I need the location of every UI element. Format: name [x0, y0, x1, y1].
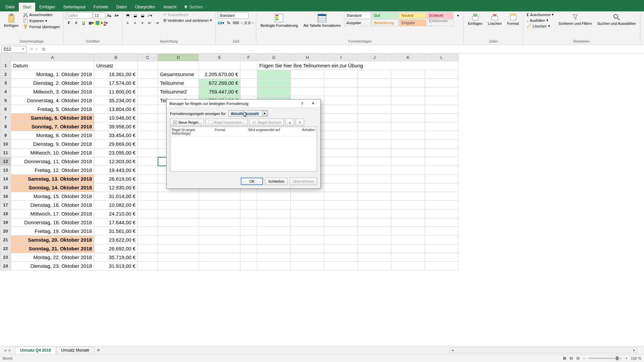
row-header[interactable]: 2 — [0, 70, 11, 79]
cell[interactable]: Montag, 15. Oktober 2018 — [11, 192, 94, 201]
row-header[interactable]: 4 — [0, 87, 11, 96]
align-left-button[interactable]: ≡ — [124, 19, 131, 26]
cell[interactable] — [138, 148, 158, 157]
cell[interactable] — [324, 114, 358, 122]
tell-me-search[interactable]: Suchen — [180, 3, 206, 11]
cell[interactable] — [425, 96, 459, 105]
cell[interactable]: Mittwoch, 10. Oktober 2018 — [11, 148, 94, 157]
row-header[interactable]: 11 — [0, 148, 11, 157]
cell[interactable]: 12.303,00 € — [94, 157, 138, 166]
rules-list[interactable]: Regel (in angez. Reihenfolge) Format Wir… — [170, 127, 317, 172]
cell[interactable] — [240, 244, 257, 253]
column-header[interactable]: B — [94, 54, 138, 61]
cell[interactable]: 16.361,00 € — [94, 70, 138, 79]
cell[interactable] — [257, 262, 291, 270]
cell[interactable] — [257, 253, 291, 262]
cell[interactable]: Dienstag, 2. Oktober 2018 — [11, 79, 94, 87]
zoom-slider[interactable] — [588, 358, 622, 359]
insert-function-button[interactable]: fx — [40, 47, 47, 52]
cell[interactable] — [291, 79, 324, 87]
cell[interactable]: 19.443,00 € — [94, 166, 138, 175]
row-header[interactable]: 24 — [0, 262, 11, 270]
cell[interactable] — [425, 262, 459, 270]
cell[interactable]: Freitag, 19. Oktober 2018 — [11, 227, 94, 236]
move-up-button[interactable]: ▲ — [285, 119, 294, 126]
cell[interactable] — [138, 175, 158, 183]
cell[interactable] — [138, 166, 158, 175]
cell[interactable] — [391, 114, 425, 122]
cell[interactable] — [240, 236, 257, 244]
cell[interactable] — [199, 236, 240, 244]
cell[interactable] — [324, 131, 358, 140]
style-schlecht[interactable]: Schlecht — [427, 12, 453, 19]
cell[interactable] — [425, 131, 459, 140]
enter-formula-button[interactable]: ✓ — [35, 47, 38, 51]
cell[interactable] — [257, 209, 291, 218]
cell[interactable] — [425, 105, 459, 114]
cell[interactable] — [324, 209, 358, 218]
cell[interactable] — [257, 79, 291, 87]
cell[interactable] — [425, 148, 459, 157]
cell[interactable] — [391, 148, 425, 157]
tab-daten[interactable]: Daten — [112, 3, 131, 11]
cell[interactable] — [425, 218, 459, 227]
cell[interactable]: Dienstag, 23. Oktober 2018 — [11, 262, 94, 270]
cell[interactable]: Teilsumme2 — [158, 87, 199, 96]
cell[interactable] — [199, 262, 240, 270]
cell[interactable] — [138, 227, 158, 236]
cell[interactable]: 26.619,00 € — [94, 175, 138, 183]
cell[interactable] — [291, 70, 324, 79]
cell[interactable] — [358, 122, 391, 131]
cell[interactable]: 31.913,00 € — [94, 262, 138, 270]
row-header[interactable]: 16 — [0, 192, 11, 201]
row-header[interactable]: 8 — [0, 122, 11, 131]
column-header[interactable]: L — [425, 54, 459, 61]
cell[interactable] — [257, 227, 291, 236]
align-top-button[interactable]: ⬒ — [124, 12, 131, 19]
style-erklaerender[interactable]: Erklärender ... — [427, 19, 453, 26]
format-cells-button[interactable]: Format — [505, 12, 521, 27]
cell[interactable] — [391, 79, 425, 87]
cell[interactable] — [425, 87, 459, 96]
underline-button[interactable]: U — [80, 19, 87, 26]
cell[interactable]: 33.454,00 € — [94, 131, 138, 140]
cell[interactable]: 2.205.670,00 € — [199, 70, 240, 79]
cell[interactable] — [391, 209, 425, 218]
row-header[interactable]: 6 — [0, 105, 11, 114]
cell[interactable]: Donnerstag, 18. Oktober 2018 — [11, 218, 94, 227]
style-gut[interactable]: Gut — [372, 12, 398, 19]
cell[interactable] — [324, 244, 358, 253]
edit-rule-button[interactable]: Regel bearbeiten... — [205, 119, 248, 126]
cell[interactable] — [158, 227, 199, 236]
cell[interactable] — [391, 227, 425, 236]
italic-button[interactable]: K — [73, 19, 80, 26]
cell[interactable]: Montag, 8. Oktober 2018 — [11, 131, 94, 140]
clear-button[interactable]: 🧹Löschen ▾ — [525, 23, 555, 28]
cell[interactable] — [391, 201, 425, 209]
cell[interactable] — [358, 140, 391, 148]
cell[interactable] — [324, 96, 358, 105]
cell[interactable] — [240, 218, 257, 227]
cell[interactable] — [425, 157, 459, 166]
cell[interactable] — [291, 244, 324, 253]
cell[interactable] — [358, 192, 391, 201]
cell[interactable]: Sonntag, 7. Oktober 2018 — [11, 122, 94, 131]
cell[interactable] — [240, 227, 257, 236]
cell[interactable]: 10.946,00 € — [94, 114, 138, 122]
fill-color-button[interactable]: 🪣▾ — [95, 19, 102, 26]
cell[interactable] — [358, 209, 391, 218]
increase-indent-button[interactable]: ⇥ — [154, 19, 161, 26]
cell[interactable] — [138, 157, 158, 166]
cell[interactable] — [358, 114, 391, 122]
cell[interactable] — [358, 79, 391, 87]
cell[interactable] — [358, 87, 391, 96]
cell[interactable]: Dienstag, 16. Oktober 2018 — [11, 201, 94, 209]
tab-datei[interactable]: Datei — [1, 3, 19, 11]
row-header[interactable]: 3 — [0, 79, 11, 87]
row-header[interactable]: 9 — [0, 131, 11, 140]
tab-ueberpruefen[interactable]: Überprüfen — [131, 3, 159, 11]
column-header[interactable]: D — [158, 54, 199, 61]
styles-more-button[interactable]: ▾ — [455, 12, 462, 19]
style-standard[interactable]: Standard — [344, 12, 371, 19]
cell[interactable] — [138, 201, 158, 209]
